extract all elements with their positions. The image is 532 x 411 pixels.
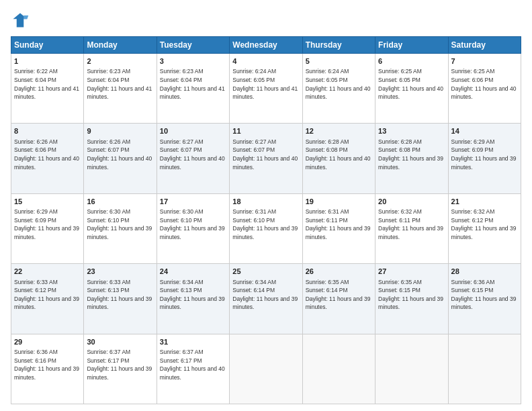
day-number: 2	[87, 56, 153, 66]
day-number: 16	[87, 197, 153, 207]
calendar-cell	[230, 334, 302, 404]
calendar-cell: 24 Sunrise: 6:34 AMSunset: 6:13 PMDaylig…	[157, 264, 229, 334]
day-header-saturday: Saturday	[448, 37, 521, 54]
day-header-sunday: Sunday	[11, 37, 84, 54]
calendar-cell: 31 Sunrise: 6:37 AMSunset: 6:17 PMDaylig…	[157, 334, 229, 404]
day-info: Sunrise: 6:34 AMSunset: 6:13 PMDaylight:…	[160, 279, 225, 311]
day-info: Sunrise: 6:25 AMSunset: 6:06 PMDaylight:…	[451, 68, 517, 100]
svg-marker-1	[24, 15, 28, 19]
calendar-cell: 15 Sunrise: 6:29 AMSunset: 6:09 PMDaylig…	[11, 193, 84, 263]
calendar-cell: 17 Sunrise: 6:30 AMSunset: 6:10 PMDaylig…	[157, 193, 229, 263]
day-number: 29	[14, 337, 81, 347]
calendar-cell: 23 Sunrise: 6:33 AMSunset: 6:13 PMDaylig…	[84, 264, 157, 334]
day-info: Sunrise: 6:37 AMSunset: 6:17 PMDaylight:…	[160, 349, 225, 381]
day-info: Sunrise: 6:24 AMSunset: 6:05 PMDaylight:…	[232, 68, 298, 100]
week-row-4: 22 Sunrise: 6:33 AMSunset: 6:12 PMDaylig…	[11, 264, 521, 334]
day-info: Sunrise: 6:31 AMSunset: 6:11 PMDaylight:…	[306, 208, 371, 240]
calendar-cell: 1 Sunrise: 6:22 AMSunset: 6:04 PMDayligh…	[11, 54, 84, 124]
day-info: Sunrise: 6:35 AMSunset: 6:14 PMDaylight:…	[306, 279, 371, 311]
day-info: Sunrise: 6:33 AMSunset: 6:13 PMDaylight:…	[87, 279, 152, 311]
day-number: 3	[160, 56, 226, 66]
day-info: Sunrise: 6:32 AMSunset: 6:12 PMDaylight:…	[451, 208, 517, 240]
day-number: 17	[160, 197, 226, 207]
day-info: Sunrise: 6:23 AMSunset: 6:04 PMDaylight:…	[160, 68, 225, 100]
calendar-cell: 29 Sunrise: 6:36 AMSunset: 6:16 PMDaylig…	[11, 334, 84, 404]
calendar-cell: 16 Sunrise: 6:30 AMSunset: 6:10 PMDaylig…	[84, 193, 157, 263]
day-number: 4	[232, 56, 299, 66]
day-info: Sunrise: 6:30 AMSunset: 6:10 PMDaylight:…	[160, 208, 225, 240]
calendar-cell: 9 Sunrise: 6:26 AMSunset: 6:07 PMDayligh…	[84, 124, 157, 193]
day-number: 9	[87, 126, 153, 136]
day-number: 15	[14, 197, 81, 207]
day-info: Sunrise: 6:29 AMSunset: 6:09 PMDaylight:…	[14, 208, 79, 240]
day-info: Sunrise: 6:31 AMSunset: 6:10 PMDaylight:…	[232, 208, 298, 240]
calendar-cell: 26 Sunrise: 6:35 AMSunset: 6:14 PMDaylig…	[302, 264, 375, 334]
day-number: 8	[14, 126, 81, 136]
calendar-cell: 28 Sunrise: 6:36 AMSunset: 6:15 PMDaylig…	[448, 264, 521, 334]
day-number: 11	[232, 126, 299, 136]
day-number: 14	[451, 126, 518, 136]
week-row-5: 29 Sunrise: 6:36 AMSunset: 6:16 PMDaylig…	[11, 334, 521, 404]
calendar-cell	[375, 334, 448, 404]
calendar-cell: 4 Sunrise: 6:24 AMSunset: 6:05 PMDayligh…	[230, 54, 302, 124]
header-row: SundayMondayTuesdayWednesdayThursdayFrid…	[11, 37, 521, 54]
day-info: Sunrise: 6:27 AMSunset: 6:07 PMDaylight:…	[160, 138, 225, 171]
day-number: 25	[232, 267, 299, 277]
day-number: 13	[378, 126, 445, 136]
day-number: 5	[306, 56, 372, 66]
day-info: Sunrise: 6:28 AMSunset: 6:08 PMDaylight:…	[306, 138, 371, 171]
day-number: 12	[306, 126, 372, 136]
day-info: Sunrise: 6:30 AMSunset: 6:10 PMDaylight:…	[87, 208, 152, 240]
day-header-thursday: Thursday	[302, 37, 375, 54]
calendar-cell	[302, 334, 375, 404]
calendar-cell: 20 Sunrise: 6:32 AMSunset: 6:11 PMDaylig…	[375, 193, 448, 263]
day-info: Sunrise: 6:24 AMSunset: 6:05 PMDaylight:…	[306, 68, 371, 100]
day-header-wednesday: Wednesday	[230, 37, 302, 54]
logo	[11, 11, 32, 30]
day-number: 30	[87, 337, 153, 347]
calendar-cell: 19 Sunrise: 6:31 AMSunset: 6:11 PMDaylig…	[302, 193, 375, 263]
day-number: 1	[14, 56, 81, 66]
week-row-3: 15 Sunrise: 6:29 AMSunset: 6:09 PMDaylig…	[11, 193, 521, 263]
day-info: Sunrise: 6:25 AMSunset: 6:05 PMDaylight:…	[378, 68, 443, 100]
day-info: Sunrise: 6:28 AMSunset: 6:08 PMDaylight:…	[378, 138, 443, 171]
day-info: Sunrise: 6:29 AMSunset: 6:09 PMDaylight:…	[451, 138, 517, 171]
day-number: 22	[14, 267, 81, 277]
day-header-tuesday: Tuesday	[157, 37, 229, 54]
day-info: Sunrise: 6:33 AMSunset: 6:12 PMDaylight:…	[14, 279, 79, 311]
calendar-cell: 6 Sunrise: 6:25 AMSunset: 6:05 PMDayligh…	[375, 54, 448, 124]
day-number: 7	[451, 56, 518, 66]
day-info: Sunrise: 6:36 AMSunset: 6:16 PMDaylight:…	[14, 349, 79, 381]
calendar-cell	[448, 334, 521, 404]
calendar-cell: 5 Sunrise: 6:24 AMSunset: 6:05 PMDayligh…	[302, 54, 375, 124]
header	[11, 11, 521, 30]
svg-marker-0	[13, 13, 28, 28]
day-info: Sunrise: 6:22 AMSunset: 6:04 PMDaylight:…	[14, 68, 79, 100]
calendar-cell: 7 Sunrise: 6:25 AMSunset: 6:06 PMDayligh…	[448, 54, 521, 124]
day-info: Sunrise: 6:37 AMSunset: 6:17 PMDaylight:…	[87, 349, 152, 381]
day-number: 31	[160, 337, 226, 347]
day-number: 20	[378, 197, 445, 207]
calendar-cell: 14 Sunrise: 6:29 AMSunset: 6:09 PMDaylig…	[448, 124, 521, 193]
week-row-2: 8 Sunrise: 6:26 AMSunset: 6:06 PMDayligh…	[11, 124, 521, 193]
day-info: Sunrise: 6:26 AMSunset: 6:07 PMDaylight:…	[87, 138, 152, 171]
calendar-cell: 27 Sunrise: 6:35 AMSunset: 6:15 PMDaylig…	[375, 264, 448, 334]
calendar-cell: 25 Sunrise: 6:34 AMSunset: 6:14 PMDaylig…	[230, 264, 302, 334]
day-number: 26	[306, 267, 372, 277]
day-number: 24	[160, 267, 226, 277]
day-number: 28	[451, 267, 518, 277]
day-info: Sunrise: 6:36 AMSunset: 6:15 PMDaylight:…	[451, 279, 517, 311]
day-number: 18	[232, 197, 299, 207]
calendar-cell: 8 Sunrise: 6:26 AMSunset: 6:06 PMDayligh…	[11, 124, 84, 193]
logo-icon	[11, 11, 30, 30]
day-info: Sunrise: 6:27 AMSunset: 6:07 PMDaylight:…	[232, 138, 298, 171]
day-header-friday: Friday	[375, 37, 448, 54]
day-info: Sunrise: 6:32 AMSunset: 6:11 PMDaylight:…	[378, 208, 443, 240]
calendar-cell: 12 Sunrise: 6:28 AMSunset: 6:08 PMDaylig…	[302, 124, 375, 193]
calendar-cell: 21 Sunrise: 6:32 AMSunset: 6:12 PMDaylig…	[448, 193, 521, 263]
calendar-cell: 30 Sunrise: 6:37 AMSunset: 6:17 PMDaylig…	[84, 334, 157, 404]
week-row-1: 1 Sunrise: 6:22 AMSunset: 6:04 PMDayligh…	[11, 54, 521, 124]
calendar-cell: 22 Sunrise: 6:33 AMSunset: 6:12 PMDaylig…	[11, 264, 84, 334]
calendar-cell: 11 Sunrise: 6:27 AMSunset: 6:07 PMDaylig…	[230, 124, 302, 193]
calendar-cell: 3 Sunrise: 6:23 AMSunset: 6:04 PMDayligh…	[157, 54, 229, 124]
